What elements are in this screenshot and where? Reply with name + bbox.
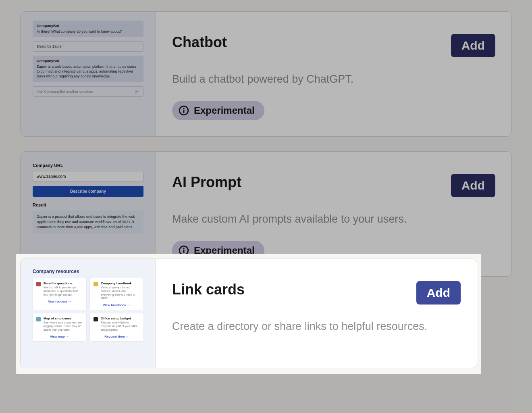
thumb-result-label: Result [33, 202, 143, 207]
thumb-describe-button: Describe company [33, 186, 143, 197]
svg-rect-1 [183, 110, 184, 113]
thumb-link-card: Benefits questionsWant to talk to people… [33, 278, 86, 310]
svg-rect-2 [183, 108, 184, 109]
thumb-url-label: Company URL [33, 163, 143, 168]
thumb-bot-bubble: CompanyBot Hi there! What company do you… [33, 21, 143, 37]
feature-card-chatbot: CompanyBot Hi there! What company do you… [20, 11, 512, 137]
thumb-link-cta: View handbook [94, 303, 140, 307]
thumb-bot-name: CompanyBot [37, 59, 139, 63]
thumb-bot-reply-text: Zapier is a web-based automation platfor… [37, 64, 139, 79]
send-icon [135, 90, 139, 94]
thumb-user-bubble: Describe Zapier [33, 41, 143, 52]
thumb-url-value: www.zapier.com [33, 171, 143, 182]
card-icon [36, 317, 41, 321]
card-icon [36, 282, 41, 286]
add-button[interactable]: Add [416, 281, 461, 305]
card-icon [94, 282, 98, 286]
card-title: Chatbot [172, 34, 227, 51]
svg-rect-5 [183, 248, 184, 249]
thumb-link-title: Office setup budget [101, 317, 140, 320]
card-title: Link cards [172, 281, 245, 298]
feature-thumb-link-cards: Company resources Benefits questionsWant… [21, 259, 156, 368]
card-description: Make custom AI prompts available to your… [172, 211, 495, 228]
thumb-bot-greeting: Hi there! What company do you want to kn… [37, 29, 139, 34]
add-button[interactable]: Add [451, 174, 495, 197]
add-button[interactable]: Add [451, 34, 495, 57]
experimental-badge: Experimental [172, 101, 264, 120]
thumb-ask-placeholder: Ask CompanyBot another question [37, 90, 93, 94]
thumb-link-sub: Request a new item to expense as part of… [101, 321, 140, 332]
experimental-label: Experimental [194, 105, 255, 116]
spotlight-region: Company resources Benefits questionsWant… [16, 254, 481, 374]
thumb-link-sub: See where your coworkers are logging in … [44, 321, 83, 332]
thumb-link-title: Map of employees [44, 317, 83, 320]
thumb-link-cta: View map [36, 335, 83, 338]
card-title: AI Prompt [172, 174, 241, 191]
thumb-bot-reply: CompanyBot Zapier is a web-based automat… [33, 56, 143, 82]
thumb-link-card: Office setup budgetRequest a new item to… [90, 313, 143, 341]
thumb-link-title: Company handbook [101, 282, 140, 285]
card-icon [94, 317, 98, 321]
thumb-ask-input: Ask CompanyBot another question [33, 86, 143, 97]
feature-thumb-chatbot: CompanyBot Hi there! What company do you… [21, 12, 156, 136]
info-icon [179, 105, 189, 116]
svg-rect-4 [183, 250, 184, 253]
thumb-bot-name: CompanyBot [37, 24, 139, 28]
card-description: Build a chatbot powered by ChatGPT. [172, 71, 495, 88]
thumb-lc-heading: Company resources [33, 269, 143, 274]
thumb-link-card: Company handbookView company mission, po… [90, 278, 143, 310]
thumb-link-sub: View company mission, policies, values, … [101, 286, 140, 300]
thumb-link-cta: Request item [94, 335, 140, 338]
thumb-link-title: Benefits questions [44, 282, 83, 285]
feature-card-link-cards: Company resources Benefits questionsWant… [20, 259, 477, 368]
thumb-link-card: Map of employeesSee where your coworkers… [33, 313, 86, 341]
card-description: Create a directory or share links to hel… [172, 318, 461, 335]
thumb-result-text: Zapier is a product that allows end user… [33, 211, 143, 234]
thumb-link-cta: New request [36, 300, 83, 303]
thumb-link-sub: Want to talk to people ops about an HR q… [44, 286, 83, 296]
